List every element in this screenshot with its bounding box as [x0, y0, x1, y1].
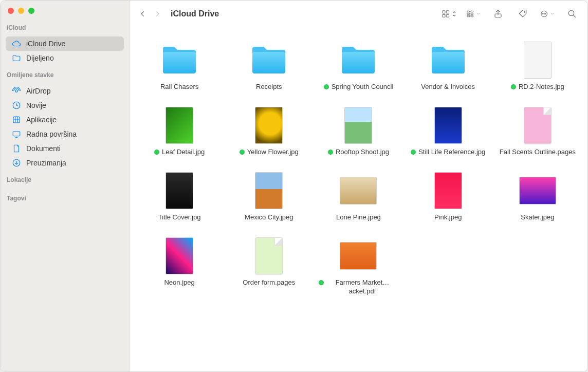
sidebar-item-preuzimanja[interactable]: Preuzimanja	[6, 156, 124, 170]
file-item[interactable]: Receipts	[229, 42, 308, 91]
file-name: Farmers Market…acket.pdf	[326, 278, 398, 296]
fullscreen-window-button[interactable]	[28, 8, 34, 14]
sidebar-item-label: AirDrop	[26, 87, 50, 95]
sidebar-item-aplikacije[interactable]: Aplikacije	[6, 113, 124, 127]
svg-point-25	[545, 13, 546, 14]
svg-rect-17	[471, 13, 473, 14]
file-name: RD.2-Notes.jpg	[519, 83, 564, 91]
view-mode-selector[interactable]	[442, 8, 456, 20]
sidebar-item-label: Preuzimanja	[26, 159, 66, 167]
file-name: Spring Youth Council	[332, 83, 394, 91]
document-thumbnail	[250, 237, 287, 274]
clock-icon	[12, 101, 21, 110]
document-thumbnail	[519, 107, 556, 144]
svg-rect-10	[443, 10, 445, 13]
tag-dot-green	[319, 280, 324, 285]
sidebar-section-header: Omiljene stavke	[1, 66, 129, 81]
file-item[interactable]: Rooftop Shoot.jpg	[319, 107, 398, 157]
file-name: Yellow Flower.jpg	[247, 148, 299, 157]
finder-window: iCloudiCloud DriveDijeljenoOmiljene stav…	[0, 0, 588, 372]
file-item[interactable]: Mexico City.jpeg	[229, 172, 308, 222]
main-pane: iCloud Drive	[130, 1, 587, 371]
folder-icon	[250, 42, 287, 79]
svg-rect-12	[443, 14, 445, 17]
file-item[interactable]: Pink.jpeg	[409, 172, 488, 222]
image-thumbnail	[340, 107, 377, 144]
sidebar-item-icloud-drive[interactable]: iCloud Drive	[6, 36, 124, 51]
file-item[interactable]: Still Life Reference.jpg	[409, 107, 488, 157]
image-thumbnail	[161, 172, 198, 209]
sidebar-item-dokumenti[interactable]: Dokumenti	[6, 141, 124, 156]
file-name: Order form.pages	[243, 278, 295, 287]
svg-rect-14	[467, 11, 469, 12]
sidebar-item-label: Novije	[26, 101, 46, 109]
folder-icon	[161, 42, 198, 79]
svg-rect-18	[467, 15, 469, 17]
search-button[interactable]	[565, 8, 579, 20]
image-thumbnail	[161, 237, 198, 274]
image-thumbnail	[430, 107, 467, 144]
more-actions-button[interactable]	[540, 8, 555, 20]
svg-point-24	[544, 13, 544, 14]
sidebar-section-header: iCloud	[1, 19, 129, 33]
file-item[interactable]: Fall Scents Outline.pages	[498, 107, 577, 157]
file-name: Leaf Detail.jpg	[162, 148, 205, 157]
forward-button[interactable]	[150, 7, 164, 21]
minimize-window-button[interactable]	[18, 8, 24, 14]
file-item[interactable]: Lone Pine.jpeg	[319, 172, 398, 222]
tag-dot-green	[511, 84, 516, 89]
file-item[interactable]: Leaf Detail.jpg	[140, 107, 219, 157]
tag-dot-green	[411, 150, 416, 155]
svg-line-27	[573, 15, 576, 17]
sidebar: iCloudiCloud DriveDijeljenoOmiljene stav…	[1, 1, 130, 371]
file-item[interactable]: Yellow Flower.jpg	[229, 107, 308, 157]
file-item[interactable]: RD.2-Notes.jpg	[498, 42, 577, 91]
folder-icon	[340, 42, 377, 79]
group-by-selector[interactable]	[466, 8, 481, 20]
file-name: Mexico City.jpeg	[245, 213, 293, 222]
svg-rect-11	[447, 10, 449, 13]
file-item[interactable]: Title Cover.jpg	[140, 172, 219, 222]
back-button[interactable]	[136, 7, 150, 21]
doc-icon	[12, 144, 21, 153]
svg-point-0	[15, 90, 18, 92]
file-item[interactable]: Farmers Market…acket.pdf	[319, 237, 398, 296]
tag-dot-green	[154, 150, 159, 155]
sidebar-item-novije[interactable]: Novije	[6, 98, 124, 113]
share-button[interactable]	[491, 8, 505, 20]
airdrop-icon	[12, 86, 21, 96]
file-item[interactable]: Neon.jpeg	[140, 237, 219, 296]
tag-dot-green	[328, 150, 333, 155]
file-name: Rooftop Shoot.jpg	[336, 148, 389, 157]
file-item[interactable]: Skater.jpeg	[498, 172, 577, 222]
svg-rect-28	[163, 52, 196, 73]
sidebar-item-label: Dokumenti	[26, 144, 61, 153]
file-name: Pink.jpeg	[434, 213, 462, 222]
svg-rect-31	[432, 52, 465, 73]
file-item[interactable]: Order form.pages	[229, 237, 308, 296]
svg-point-21	[524, 11, 525, 12]
file-item[interactable]: Vendor & Invoices	[409, 42, 488, 91]
file-item[interactable]: Spring Youth Council	[319, 42, 398, 91]
image-thumbnail	[250, 172, 287, 209]
cloud-icon	[12, 39, 21, 48]
file-name: Title Cover.jpg	[158, 213, 201, 222]
folder-icon	[430, 42, 467, 79]
sidebar-item-label: Radna površina	[26, 130, 77, 138]
sidebar-item-airdrop[interactable]: AirDrop	[6, 84, 124, 98]
svg-rect-19	[471, 15, 473, 17]
image-thumbnail	[430, 172, 467, 209]
sidebar-section-header: Lokacije	[1, 171, 129, 185]
image-thumbnail	[340, 237, 377, 274]
shared-folder-icon	[12, 53, 21, 63]
file-name: Fall Scents Outline.pages	[500, 148, 576, 157]
file-item[interactable]: Rail Chasers	[140, 42, 219, 91]
file-grid: Rail ChasersReceiptsSpring Youth Council…	[130, 27, 587, 371]
sidebar-item-radna-površina[interactable]: Radna površina	[6, 127, 124, 141]
sidebar-item-dijeljeno[interactable]: Dijeljeno	[6, 51, 124, 65]
close-window-button[interactable]	[8, 8, 14, 14]
sidebar-item-label: Dijeljeno	[26, 54, 54, 62]
toolbar: iCloud Drive	[130, 1, 587, 27]
image-thumbnail	[250, 107, 287, 144]
tags-button[interactable]	[516, 8, 530, 20]
